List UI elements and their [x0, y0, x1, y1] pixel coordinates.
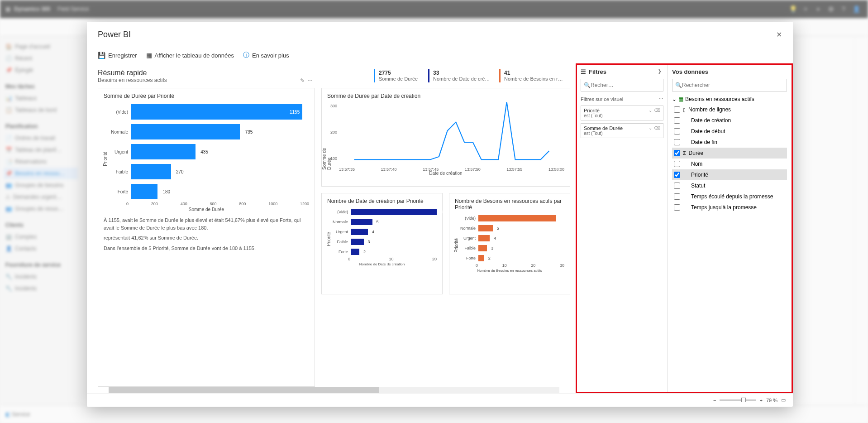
kpi-card[interactable]: 33 Nombre de Date de créa…	[428, 69, 499, 82]
more-icon[interactable]: ⋯	[307, 77, 313, 84]
sidebar-item[interactable]: 📑 Réservations	[4, 156, 78, 168]
header-icon[interactable]: ＋	[799, 3, 812, 15]
sidebar-item[interactable]: 📄 Ordres de travail	[4, 132, 78, 144]
filter-search-input[interactable]	[591, 82, 660, 88]
chart-duration-by-priority[interactable]: ✎ ⋯ Somme de Durée par Priorité Priorité…	[98, 88, 315, 387]
y-axis-label: Priorité	[454, 238, 459, 253]
sidebar-item[interactable]: 🏢 Comptes	[4, 231, 78, 243]
bar-row[interactable]: Urgent 4	[330, 227, 437, 237]
show-data-table-button[interactable]: ▦ Afficher le tableau de données	[146, 52, 234, 59]
zoom-out-button[interactable]: −	[713, 398, 716, 403]
field-checkbox[interactable]	[674, 161, 680, 167]
field-checkbox[interactable]	[674, 117, 680, 124]
header-icon[interactable]: 💡	[787, 3, 799, 15]
data-search[interactable]: 🔍	[672, 79, 787, 91]
field-row[interactable]: Σ Durée	[672, 148, 787, 159]
sidebar-item[interactable]: 🕘 Récent	[4, 53, 78, 64]
bar-row[interactable]: Faible 3	[458, 243, 564, 253]
fit-to-page-icon[interactable]: ▭	[781, 397, 786, 403]
edit-icon[interactable]: ✎	[300, 77, 305, 84]
kpi-card[interactable]: 41 Nombre de Besoins en re…	[499, 69, 570, 82]
filter-search[interactable]: 🔍	[581, 79, 663, 91]
bar-row[interactable]: Normale 735	[108, 122, 309, 142]
sidebar-item[interactable]: 📋 Tableaux de bord	[4, 104, 78, 116]
field-checkbox[interactable]	[674, 128, 680, 135]
more-icon[interactable]: ⋯	[658, 96, 663, 102]
field-row[interactable]: Date de fin	[672, 137, 787, 148]
bar-row[interactable]: Urgent 4	[458, 233, 564, 243]
filter-card[interactable]: Priorité est (Tout) ⌄⌫	[581, 106, 663, 120]
visual-header-icons[interactable]: ✎ ⋯	[300, 77, 313, 84]
header-icon[interactable]: ⌖	[812, 3, 825, 15]
field-checkbox[interactable]	[674, 106, 680, 113]
bar-row[interactable]: Forte 2	[330, 247, 437, 257]
learn-more-button[interactable]: ⓘ En savoir plus	[243, 51, 289, 59]
sidebar-item[interactable]: 🏠 Page d'accueil	[4, 41, 78, 53]
field-row[interactable]: Statut	[672, 180, 787, 191]
bar-row[interactable]: (Vide) 20	[330, 207, 437, 217]
field-row[interactable]: ▯ Nombre de lignes	[672, 104, 787, 115]
bar-row[interactable]: (Vide) 27	[458, 213, 564, 223]
chart-needs-count-by-priority[interactable]: Nombre de Besoins en ressources actifs p…	[449, 193, 570, 294]
bar-value: 270	[176, 169, 184, 174]
kpi-card[interactable]: 2775 Somme de Durée	[374, 69, 428, 82]
highlighted-panels: ☰ Filtres 》 🔍 Filtres sur ce visuel ⋯ Pr…	[576, 63, 793, 393]
bar-value: 2	[488, 256, 491, 260]
sidebar-item[interactable]: ⚠ Demandes urgent…	[4, 191, 78, 203]
sidebar-item[interactable]: 📅 Tableau de planif…	[4, 144, 78, 156]
bar-row[interactable]: (Vide) 1155	[108, 102, 309, 122]
sidebar-item[interactable]: 📊 Tableaux	[4, 92, 78, 104]
table-node[interactable]: ⌄ ▦ Besoins en ressources actifs	[672, 96, 787, 102]
field-row[interactable]: Date de création	[672, 115, 787, 126]
field-checkbox[interactable]	[674, 139, 680, 145]
header-icon[interactable]: ⚙	[825, 3, 837, 15]
field-row[interactable]: Date de début	[672, 126, 787, 137]
sidebar-section: Mes tâches	[4, 81, 78, 92]
field-checkbox[interactable]	[674, 172, 680, 178]
field-row[interactable]: Temps jusqu'à la promesse	[672, 202, 787, 213]
collapse-icon[interactable]: 》	[658, 68, 663, 75]
field-checkbox[interactable]	[674, 150, 680, 156]
horizontal-scrollbar[interactable]	[109, 387, 559, 393]
table-name: Besoins en ressources actifs	[685, 96, 754, 102]
sidebar-item[interactable]: 🔧 Incidents	[4, 283, 78, 294]
sidebar-item-active[interactable]: 📌 Besoins en ressou…	[4, 168, 78, 179]
bar-row[interactable]: Forte 2	[458, 253, 564, 263]
field-checkbox[interactable]	[674, 193, 680, 200]
sidebar-item[interactable]: 📌 Épinglé	[4, 64, 78, 76]
clear-icon[interactable]: ⌫	[654, 108, 660, 113]
bar-value: 3	[491, 246, 493, 250]
chart-creation-count-by-priority[interactable]: Nombre de Date de création par Priorité …	[321, 193, 443, 294]
close-icon[interactable]: ✕	[776, 30, 782, 39]
app-header: ▦ Dynamics 365 Field Service 💡 ＋ ⌖ ⚙ ? 👤	[0, 0, 868, 18]
summary-title: Résumé rapide	[98, 69, 167, 77]
save-button[interactable]: 💾 Enregistrer	[98, 52, 137, 59]
field-checkbox[interactable]	[674, 204, 680, 211]
bar-value: 735	[245, 130, 253, 135]
chart-duration-by-creation-date[interactable]: Somme de Durée par Date de création 300 …	[321, 88, 570, 187]
clear-icon[interactable]: ⌫	[654, 125, 660, 130]
header-icon[interactable]: ?	[837, 3, 850, 15]
filters-header[interactable]: ☰ Filtres 》	[581, 68, 663, 75]
bar-row[interactable]: Forte 180	[108, 182, 309, 202]
zoom-slider[interactable]	[720, 399, 756, 401]
sidebar-item[interactable]: 👤 Contacts	[4, 243, 78, 255]
field-row[interactable]: Priorité	[672, 169, 787, 180]
sidebar-item[interactable]: 👥 Groupes de besoins	[4, 179, 78, 191]
header-icon[interactable]: 👤	[850, 3, 863, 15]
filter-card[interactable]: Somme de Durée est (Tout) ⌄⌫	[581, 123, 663, 138]
zoom-in-button[interactable]: +	[759, 398, 762, 403]
field-row[interactable]: Nom	[672, 159, 787, 169]
field-row[interactable]: Temps écoulé depuis la promesse	[672, 191, 787, 202]
bar-row[interactable]: Normale 5	[330, 217, 437, 227]
bar-row[interactable]: Urgent 435	[108, 142, 309, 162]
bar-row[interactable]: Faible 3	[330, 237, 437, 247]
chevron-down-icon[interactable]: ⌄	[649, 108, 652, 113]
sidebar-item[interactable]: 🔧 Incidents	[4, 271, 78, 283]
sidebar-item[interactable]: 👥 Groupes de resso…	[4, 203, 78, 215]
bar-row[interactable]: Faible 270	[108, 162, 309, 182]
bar-row[interactable]: Normale 5	[458, 223, 564, 233]
chevron-down-icon[interactable]: ⌄	[649, 125, 652, 130]
field-checkbox[interactable]	[674, 183, 680, 189]
data-search-input[interactable]	[682, 82, 784, 88]
